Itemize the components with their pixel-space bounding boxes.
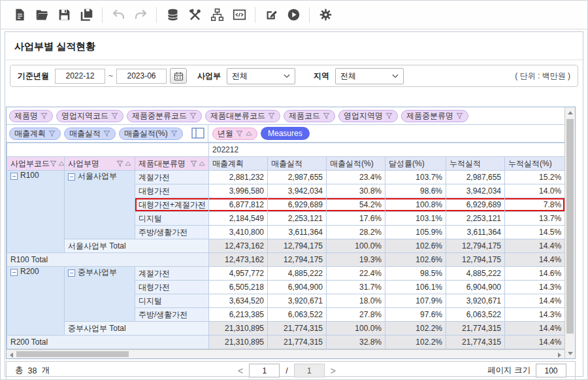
value-cell: 12,473,162 <box>209 239 268 253</box>
subtotal-label-cell: 중부사업부 Total <box>65 322 209 336</box>
division-name-cell: −서울사업부 <box>65 171 135 239</box>
scroll-up-icon[interactable] <box>568 111 573 114</box>
filter-icon[interactable] <box>456 112 463 120</box>
filter-icon[interactable] <box>103 130 110 137</box>
scroll-left-icon[interactable] <box>10 353 13 358</box>
field-chip[interactable]: 제품명 <box>9 110 53 122</box>
measure-column-header[interactable]: 달성률(%) <box>385 157 446 171</box>
vertical-scroll-thumb[interactable] <box>566 119 574 334</box>
value-cell: 6,213,385 <box>209 308 268 322</box>
value-cell: 2,881,232 <box>209 171 268 184</box>
row-header[interactable]: 제품대분류명 <box>135 157 209 171</box>
pivot-measure-chip-row: 매출계획매출실적매출실적(%) 년월 Measures <box>7 125 564 143</box>
save-button[interactable] <box>53 5 75 25</box>
row-header[interactable]: 사업부코드 <box>7 157 65 171</box>
measure-chip[interactable]: 매출실적(%) <box>119 128 183 140</box>
open-folder-button[interactable] <box>31 5 53 25</box>
collapse-icon[interactable]: − <box>10 269 18 276</box>
value-cell: 13.7% <box>505 212 565 226</box>
run-button[interactable] <box>282 5 304 25</box>
column-chip-area: 년월 Measures <box>208 125 564 142</box>
measure-chip[interactable]: 매출실적 <box>64 128 116 140</box>
division-select[interactable]: 전체 <box>227 68 295 84</box>
vertical-scrollbar[interactable] <box>564 107 575 358</box>
value-cell: 3,996,580 <box>209 184 268 198</box>
field-chip[interactable]: 제품중분류코드 <box>127 110 202 122</box>
next-page-icon[interactable]: > <box>331 366 336 375</box>
column-chip[interactable]: 년월 <box>212 128 257 140</box>
page-size: 페이지 크기 <box>487 364 566 377</box>
layout-button[interactable] <box>191 128 204 139</box>
filter-icon[interactable] <box>190 160 197 167</box>
prev-page-icon[interactable]: < <box>238 366 243 375</box>
value-cell: 2,987,655 <box>268 171 327 184</box>
field-chip[interactable]: 영업지역코드 <box>56 110 123 122</box>
value-cell: 12,794,175 <box>268 239 327 253</box>
value-cell: 6,929,689 <box>268 198 327 212</box>
measure-chip[interactable]: 매출계획 <box>9 128 61 140</box>
table-row: −R100−서울사업부계절가전2,881,2322,987,65523.4%10… <box>7 171 565 184</box>
code-editor-button[interactable] <box>228 5 250 25</box>
measure-column-header[interactable]: 매출실적(%) <box>327 157 385 171</box>
value-cell: 102.2% <box>385 336 446 349</box>
filter-icon[interactable] <box>268 112 275 120</box>
tools-button[interactable] <box>184 5 206 25</box>
value-cell: 6,904,900 <box>446 281 505 294</box>
field-chip[interactable]: 제품중분류명 <box>401 110 468 122</box>
sitemap-button[interactable] <box>206 5 228 25</box>
collapse-icon[interactable]: − <box>10 173 18 180</box>
filter-icon[interactable] <box>385 112 393 120</box>
redo-button[interactable] <box>129 5 152 25</box>
database-button[interactable] <box>161 5 184 25</box>
measure-column-header[interactable]: 누적실적 <box>446 157 505 171</box>
collapse-icon[interactable]: − <box>68 269 75 277</box>
sort-asc-icon[interactable] <box>246 131 252 136</box>
undo-button[interactable] <box>107 5 129 25</box>
value-cell: 7.8% <box>505 198 565 212</box>
measure-column-header[interactable]: 매출계획 <box>209 157 268 171</box>
field-chip[interactable]: 영업지역명 <box>338 110 398 122</box>
new-document-button[interactable] <box>8 5 31 25</box>
value-cell: 3,611,364 <box>446 226 505 239</box>
horizontal-scroll-thumb[interactable] <box>16 351 129 357</box>
value-cell: 3,942,034 <box>268 184 327 198</box>
horizontal-scrollbar[interactable] <box>7 349 564 358</box>
value-cell: 19.3% <box>327 253 385 267</box>
filter-icon[interactable] <box>111 112 118 120</box>
page-size-input[interactable] <box>536 364 566 377</box>
value-cell: 3,634,520 <box>209 294 268 308</box>
filter-icon[interactable] <box>50 160 57 167</box>
edit-button[interactable] <box>260 5 282 25</box>
measure-column-header[interactable]: 매출실적 <box>268 157 327 171</box>
filter-icon[interactable] <box>171 130 178 137</box>
filter-icon[interactable] <box>41 112 48 120</box>
value-cell: 14.3% <box>505 308 565 322</box>
sort-asc-icon[interactable] <box>199 161 205 166</box>
sort-asc-icon[interactable] <box>58 161 65 166</box>
scroll-right-icon[interactable] <box>558 353 561 358</box>
region-select[interactable]: 전체 <box>335 68 404 84</box>
filter-icon[interactable] <box>236 130 243 137</box>
category-cell: 디지털 <box>135 212 209 226</box>
collapse-icon[interactable]: − <box>68 173 75 181</box>
subtotal-label-cell: 서울사업부 Total <box>65 239 209 253</box>
filter-icon[interactable] <box>189 112 197 120</box>
filter-icon[interactable] <box>116 160 123 167</box>
save-all-button[interactable] <box>75 5 97 25</box>
current-page-input[interactable] <box>249 364 280 377</box>
calendar-button[interactable] <box>170 68 187 84</box>
field-chip[interactable]: 제품코드 <box>284 110 335 122</box>
row-header[interactable]: 사업부명 <box>65 157 135 171</box>
filter-icon[interactable] <box>323 112 330 120</box>
date-to-input[interactable] <box>116 69 167 84</box>
field-chip[interactable]: 제품대분류코드 <box>205 110 280 122</box>
value-cell: 2,253,121 <box>268 212 327 226</box>
filter-icon[interactable] <box>48 130 56 137</box>
date-from-input[interactable] <box>55 69 105 84</box>
pager: < / 1 > <box>238 364 336 377</box>
settings-button[interactable] <box>314 5 336 25</box>
measures-button[interactable]: Measures <box>261 127 310 140</box>
measure-column-header[interactable]: 누적실적(%) <box>505 157 565 171</box>
scroll-down-icon[interactable] <box>568 352 573 355</box>
sort-asc-icon[interactable] <box>125 161 131 166</box>
